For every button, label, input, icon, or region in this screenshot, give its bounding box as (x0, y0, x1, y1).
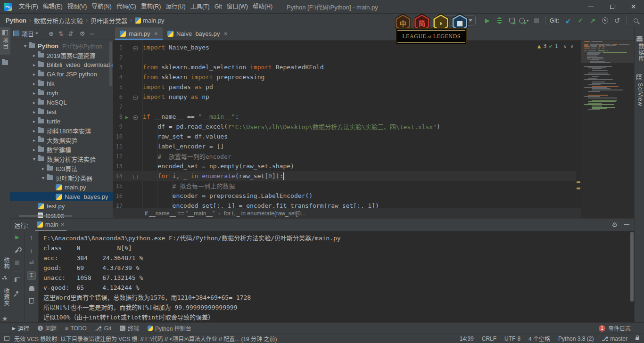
line-separator-widget[interactable]: CRLF (482, 335, 496, 342)
interpreter-widget[interactable]: Python 3.8 (2) (558, 335, 594, 342)
menu-item[interactable]: 窗口(W) (224, 3, 250, 10)
restore-layout-button[interactable] (10, 273, 24, 286)
tree-item[interactable]: test.py (10, 201, 113, 211)
tree-item[interactable]: ▸GA for JSP python (10, 69, 113, 79)
fold-toggle[interactable]: − (131, 113, 140, 120)
soft-wrap-button[interactable]: ⏎ (25, 256, 38, 269)
code-line[interactable]: 16 encoder = preprocessing.LabelEncoder(… (113, 191, 576, 201)
editor-tab[interactable]: Naive_bayes.py✕ (163, 27, 232, 40)
chevron-down-icon[interactable]: ▾ (31, 156, 38, 162)
tree-item[interactable]: ▸2019国赛C题资源 (10, 50, 113, 60)
tool-button-terminal[interactable]: ›_终端 (120, 324, 139, 332)
minimize-button[interactable] (580, 0, 602, 13)
menu-item[interactable]: 代码(C) (114, 3, 139, 10)
error-stripe[interactable] (576, 41, 581, 208)
tree-item[interactable]: ▸Bilibili_video_download-ma (10, 60, 113, 69)
fold-toggle[interactable]: − (131, 172, 140, 180)
run-line-button[interactable]: ▶ (123, 113, 131, 120)
chevron-right-icon[interactable]: ▸ (31, 72, 38, 77)
breadcrumb-item[interactable]: if __name__ == "__main__" (145, 210, 215, 217)
tool-button-sciview[interactable]: SciView (637, 83, 644, 106)
code-line[interactable]: 14− for i, _ in enumerate(raw_set[0]): (113, 171, 576, 181)
tree-item[interactable]: Naive_bayes.py (10, 192, 113, 201)
print-button[interactable] (25, 282, 38, 294)
tool-button-favorites[interactable]: 收藏夹 (2, 288, 10, 306)
up-stacktrace-button[interactable]: ↑ (25, 231, 38, 244)
breadcrumb-item[interactable]: for i, _ in enumerate(raw_set[0... (224, 210, 305, 217)
encoding-widget[interactable]: UTF-8 (504, 335, 520, 342)
chevron-right-icon[interactable]: ▸ (31, 53, 38, 58)
scroll-to-end-button[interactable]: ↧ (25, 269, 38, 282)
tree-item[interactable]: ▾贝叶斯分类器 (10, 173, 113, 182)
tree-item[interactable]: ▸动科1805李安琪 (10, 126, 113, 135)
down-stacktrace-button[interactable]: ↓ (25, 244, 38, 256)
chevron-right-icon[interactable]: ▸ (40, 166, 47, 171)
indent-widget[interactable]: 4 个空格 (528, 335, 550, 343)
horizontal-scrollbar[interactable] (19, 215, 72, 217)
profiler-button[interactable] (519, 16, 530, 26)
chevron-right-icon[interactable]: ▸ (31, 147, 38, 152)
tree-item[interactable]: main.py (10, 182, 113, 192)
chevron-right-icon[interactable]: ▸ (31, 81, 38, 86)
tree-item[interactable]: ▾PythonF:\代码\Python (10, 41, 113, 50)
code-minimap[interactable] (581, 27, 634, 218)
fold-toggle[interactable]: − (131, 93, 140, 100)
vertical-scrollbar[interactable] (630, 232, 634, 302)
rollback-button[interactable]: ↺ (611, 16, 623, 26)
run-button[interactable]: ▶ (482, 16, 493, 26)
tool-button-structure[interactable]: 结构 (2, 257, 10, 270)
chevron-right-icon[interactable]: ▸ (31, 128, 38, 133)
code-line[interactable]: 4from sklearn import preprocessing (113, 72, 576, 82)
menu-item[interactable]: 导航(N) (89, 3, 114, 10)
window-icon[interactable] (4, 336, 9, 341)
code-editor[interactable]: ▲3 ✔1 ∧ ∨ 1−import Naive_bayes23from skl… (113, 41, 581, 208)
tool-button-todo[interactable]: ≡TODO (65, 325, 87, 332)
event-log-button[interactable]: 1 事件日志 (599, 324, 631, 332)
code-line[interactable]: 3from sklearn.model_selection import Rep… (113, 62, 576, 72)
tree-item[interactable]: ▸hlk (10, 79, 113, 88)
code-line[interactable]: 1−import Naive_bayes (113, 42, 576, 52)
chevron-right-icon[interactable]: ▸ (31, 90, 38, 96)
tree-item[interactable]: ▸ID3算法 (10, 163, 113, 173)
tree-item[interactable]: ▸大数据实验 (10, 135, 113, 145)
rerun-button[interactable]: ▶ (10, 231, 24, 244)
menu-item[interactable]: 运行(U) (163, 3, 188, 10)
menu-item[interactable]: 视图(V) (65, 3, 90, 10)
code-line[interactable]: 15 # 拟合每一列上的数据 (113, 181, 576, 191)
project-view-label[interactable]: 项目 (22, 29, 34, 38)
tree-item[interactable]: ▾数据分析方法实验 (10, 154, 113, 163)
editor-tab[interactable]: main.py✕ (115, 27, 163, 40)
breadcrumb-item[interactable]: 贝叶斯分类器 (91, 16, 127, 25)
tool-button-problems[interactable]: !问题 (38, 324, 57, 332)
vertical-scrollbar[interactable] (109, 41, 112, 86)
locate-file-button[interactable]: ⊕ (49, 30, 54, 37)
code-line[interactable]: 17 encoded_set[:, i] = encoder.fit_trans… (113, 201, 576, 208)
code-line[interactable]: 7 (113, 102, 576, 112)
maximize-button[interactable] (602, 0, 623, 13)
folder-icon[interactable] (2, 60, 8, 65)
close-button[interactable]: ✕ (623, 0, 644, 13)
console-output[interactable]: E:\Anaconda3\Anaconda3\python.exe F:/代码/… (39, 231, 634, 322)
tool-button-git[interactable]: ⎇Git (95, 325, 111, 332)
git-branch-widget[interactable]: ⎇master (602, 335, 627, 342)
code-line[interactable]: 2 (113, 52, 576, 62)
chevron-right-icon[interactable]: ▸ (31, 138, 38, 143)
debug-button[interactable] (494, 16, 505, 26)
pin-tab-button[interactable] (10, 286, 24, 299)
chevron-right-icon[interactable]: ▸ (31, 109, 38, 114)
warning-mark[interactable] (577, 181, 580, 183)
git-push-button[interactable]: ↗ (587, 16, 598, 26)
status-message[interactable]: 无效 VCS 根映射: 以下目录被错误注册为 VCS 根: // F:\代码 /… (14, 335, 277, 343)
code-line[interactable]: 12 # 放置每一列的encoder (113, 151, 576, 161)
collapse-all-button[interactable]: ⇅ (58, 30, 64, 37)
menu-item[interactable]: 工具(T) (188, 3, 212, 10)
breadcrumb-item[interactable]: Python (6, 17, 26, 24)
code-line[interactable]: 11 label_encoder = [] (113, 141, 576, 151)
gear-icon[interactable]: ⚙ (80, 30, 85, 37)
settings-button[interactable] (10, 244, 24, 256)
tree-item[interactable]: ▸数学建模 (10, 145, 113, 154)
close-icon[interactable]: ✕ (223, 31, 227, 36)
breadcrumb-item[interactable]: 数据分析方法实验 (34, 16, 83, 25)
tree-item[interactable]: ▸turtle (10, 116, 113, 126)
coverage-button[interactable] (506, 16, 518, 26)
